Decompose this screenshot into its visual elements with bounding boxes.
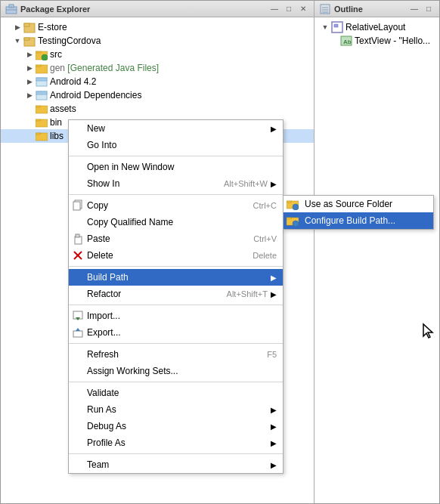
estore-label: E-store	[38, 22, 67, 32]
submenu-item-useasSource[interactable]: Use as Source Folder	[284, 196, 433, 212]
menu-refactor-arrow: ▶	[271, 290, 277, 298]
menu-item-openwin[interactable]: Open in New Window	[69, 159, 283, 175]
expand-src: ▶	[25, 50, 34, 59]
menu-profileas-label: Profile As	[87, 438, 125, 448]
menu-debugas-arrow: ▶	[271, 422, 277, 431]
menu-gointo-label: Go Into	[87, 140, 116, 150]
menu-item-new[interactable]: New ▶	[69, 120, 283, 137]
svg-point-39	[293, 221, 299, 227]
tree-item-src[interactable]: ▶ src	[1, 48, 314, 61]
menu-sep-5	[69, 343, 283, 344]
menu-copyqualified-label: Copy Qualified Name	[87, 217, 173, 227]
outline-header-left: Outline	[319, 3, 363, 15]
outline-minimize-icon[interactable]: —	[408, 3, 420, 15]
svg-rect-5	[24, 23, 29, 26]
menu-copy-label: Copy	[87, 200, 108, 211]
menu-team-label: Team	[87, 459, 109, 470]
menu-item-validate[interactable]: Validate	[69, 385, 283, 401]
androiddep-icon	[36, 89, 48, 101]
outline-maximize-icon[interactable]: □	[423, 3, 435, 15]
expand-gen: ▶	[25, 63, 34, 73]
menu-item-buildpath[interactable]: Build Path ▶	[69, 269, 283, 286]
svg-point-9	[42, 54, 48, 60]
outline-title: Outline	[334, 5, 363, 14]
assets-folder-icon	[36, 103, 48, 115]
context-menu: New ▶ Go Into Open in New Window Show In…	[68, 119, 284, 474]
menu-assignws-label: Assign Working Sets...	[87, 366, 178, 376]
svg-rect-14	[36, 91, 47, 94]
menu-debugas-label: Debug As	[87, 421, 126, 431]
menu-item-gointo[interactable]: Go Into	[69, 137, 283, 153]
expand-relative-layout: ▼	[321, 23, 330, 32]
menu-copy-shortcut: Ctrl+C	[253, 201, 277, 210]
package-icon	[5, 3, 17, 15]
svg-text:Ab: Ab	[343, 39, 352, 45]
libs-folder-icon	[36, 130, 48, 142]
menu-item-copyqualified[interactable]: Copy Qualified Name	[69, 214, 283, 230]
menu-item-refactor[interactable]: Refactor Alt+Shift+T ▶	[69, 286, 283, 302]
estore-icon	[23, 21, 36, 33]
testingcordova-label: TestingCordova	[38, 36, 101, 46]
paste-icon	[72, 233, 84, 245]
outline-header: Outline — □	[315, 1, 439, 17]
import-icon	[72, 310, 84, 322]
menu-item-paste[interactable]: Paste Ctrl+V	[69, 230, 283, 247]
menu-profileas-arrow: ▶	[271, 439, 277, 447]
menu-buildpath-arrow: ▶	[271, 274, 277, 282]
maximize-icon[interactable]: □	[283, 3, 295, 15]
header-left: Package Explorer	[5, 3, 90, 15]
menu-item-delete[interactable]: Delete Delete	[69, 247, 283, 264]
menu-item-runas[interactable]: Run As ▶	[69, 401, 283, 418]
menu-item-debugas[interactable]: Debug As ▶	[69, 418, 283, 434]
delete-icon	[72, 249, 84, 261]
menu-validate-label: Validate	[87, 388, 119, 398]
menu-sep-1	[69, 156, 283, 156]
menu-item-copy[interactable]: Copy Ctrl+C	[69, 197, 283, 214]
submenu-configurebuildpath-label: Configure Build Path...	[305, 215, 395, 226]
outline-tree: ▼ RelativeLayout ▶ Ab Te	[315, 17, 439, 51]
menu-delete-shortcut: Delete	[253, 251, 277, 260]
svg-rect-27	[73, 202, 80, 210]
menu-sep-6	[69, 382, 283, 382]
menu-paste-label: Paste	[87, 233, 110, 244]
outline-icon	[319, 3, 331, 15]
menu-item-import[interactable]: Import...	[69, 308, 283, 324]
menu-item-profileas[interactable]: Profile As ▶	[69, 434, 283, 451]
menu-item-export[interactable]: Export...	[69, 324, 283, 341]
menu-item-assignws[interactable]: Assign Working Sets...	[69, 363, 283, 379]
outline-textview[interactable]: ▶ Ab TextView - "Hello...	[318, 34, 436, 48]
expand-androiddep: ▶	[25, 91, 34, 100]
menu-showin-shortcut: Alt+Shift+W	[224, 179, 268, 188]
tree-item-estore[interactable]: ▶ E-store	[1, 20, 314, 34]
menu-item-showin[interactable]: Show In Alt+Shift+W ▶	[69, 175, 283, 192]
menu-sep-2	[69, 194, 283, 195]
menu-openwin-label: Open in New Window	[87, 162, 174, 172]
menu-item-team[interactable]: Team ▶	[69, 456, 283, 473]
submenu-item-configurebuildpath[interactable]: Configure Build Path...	[284, 212, 433, 229]
src-folder-icon	[36, 48, 48, 60]
menu-sep-4	[69, 305, 283, 305]
menu-item-refresh[interactable]: Refresh F5	[69, 346, 283, 363]
gen-folder-icon	[36, 62, 48, 74]
tree-item-androiddep[interactable]: ▶ Android Dependencies	[1, 88, 314, 102]
bin-label: bin	[50, 117, 62, 128]
close-icon[interactable]: ✕	[297, 3, 309, 15]
menu-refresh-shortcut: F5	[267, 350, 277, 359]
tree-item-gen[interactable]: ▶ gen [Generated Java Files]	[1, 61, 314, 75]
outline-relative-layout[interactable]: ▼ RelativeLayout	[318, 20, 436, 34]
minimize-icon[interactable]: —	[268, 3, 280, 15]
android42-icon	[36, 76, 48, 88]
menu-delete-label: Delete	[87, 250, 113, 261]
outline-header-icons: — □	[408, 3, 435, 15]
menu-refactor-shortcut: Alt+Shift+T	[227, 289, 268, 298]
tree-item-testingcordova[interactable]: ▼ TestingCordova	[1, 34, 314, 48]
tree-item-assets[interactable]: ▶ assets	[1, 102, 314, 116]
src-label: src	[50, 49, 62, 60]
android42-label: Android 4.2	[50, 76, 96, 87]
tree-item-android42[interactable]: ▶ Android 4.2	[1, 75, 314, 88]
outline-panel: Outline — □ ▼ RelativeLayout	[315, 1, 439, 503]
menu-showin-label: Show In	[87, 178, 119, 189]
menu-team-arrow: ▶	[271, 461, 277, 469]
configure-build-icon	[287, 215, 299, 227]
menu-sep-7	[69, 453, 283, 454]
